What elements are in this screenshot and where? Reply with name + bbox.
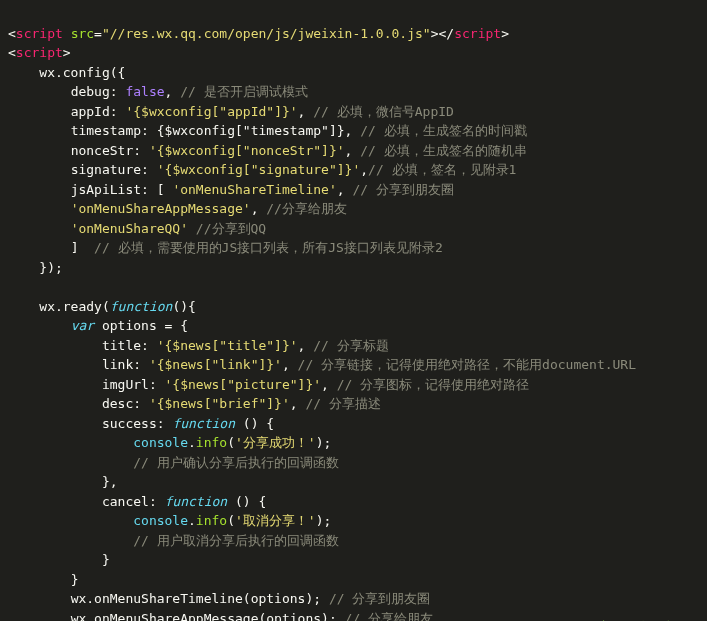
leaf-icon xyxy=(555,609,585,622)
ext-script-src: //res.wx.qq.com/open/js/jweixin-1.0.0.js xyxy=(110,26,423,41)
watermark-logo: 维易学院 VEPHP.COM zixuephp.cn xyxy=(555,589,679,621)
logo-cn-text: 维易学院 xyxy=(591,617,679,621)
code-block: <script src="//res.wx.qq.com/open/js/jwe… xyxy=(0,0,707,621)
